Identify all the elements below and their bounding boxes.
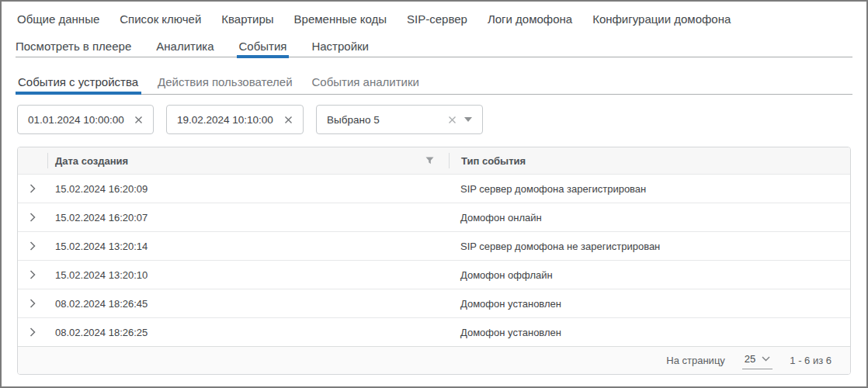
per-page-label: На страницу — [666, 355, 725, 366]
chevron-right-icon — [30, 184, 36, 193]
row-date: 15.02.2024 16:20:07 — [47, 212, 449, 223]
clear-date-from-button[interactable] — [133, 114, 144, 126]
date-to-input[interactable]: 19.02.2024 10:10:00 — [166, 105, 304, 134]
expand-row-button[interactable] — [28, 182, 37, 195]
events-table: Дата создания Тип события 15.02.2024 16:… — [17, 147, 851, 375]
tab-intercom-logs[interactable]: Логи домофона — [488, 12, 572, 26]
tab-events[interactable]: События — [239, 36, 287, 57]
clear-icon — [448, 116, 457, 124]
expand-row-button[interactable] — [28, 240, 37, 252]
funnel-icon — [425, 157, 434, 165]
subtab-device-events[interactable]: События с устройства — [18, 69, 138, 94]
event-type-select[interactable]: Выбрано 5 — [316, 105, 483, 134]
tab-apartments[interactable]: Квартиры — [221, 12, 273, 26]
tab-sip-server[interactable]: SIP-сервер — [407, 12, 467, 26]
open-event-type-dropdown-button[interactable] — [463, 116, 474, 123]
expand-row-button[interactable] — [28, 297, 37, 310]
subtab-analytics-events[interactable]: События аналитики — [312, 69, 419, 94]
expand-column-header — [18, 153, 47, 168]
chevron-right-icon — [30, 270, 36, 279]
clear-event-type-button[interactable] — [446, 114, 458, 126]
row-event-type: Домофон установлен — [449, 327, 850, 338]
table-row: 08.02.2024 18:26:25 Домофон установлен — [18, 317, 850, 346]
tab-temporary-codes[interactable]: Временные коды — [294, 12, 387, 26]
type-column-header: Тип события — [449, 153, 850, 168]
per-page-select[interactable]: 25 — [742, 352, 773, 369]
row-event-type: SIP сервер домофона зарегистрирован — [449, 183, 850, 195]
date-to-value: 19.02.2024 10:10:00 — [177, 114, 283, 126]
tab-intercom-configs[interactable]: Конфигурации домофона — [592, 12, 731, 26]
row-date: 15.02.2024 13:20:14 — [47, 241, 449, 252]
table-footer: На страницу 25 1 - 6 из 6 — [18, 346, 850, 374]
tab-key-list[interactable]: Список ключей — [120, 12, 201, 26]
date-column-filter-button[interactable] — [424, 155, 436, 166]
date-column-header: Дата создания — [47, 153, 449, 168]
table-header-row: Дата создания Тип события — [18, 147, 850, 174]
table-row: 08.02.2024 18:26:45 Домофон установлен — [18, 289, 850, 317]
primary-tab-bar: Общие данные Список ключей Квартиры Врем… — [2, 2, 866, 36]
tab-settings[interactable]: Настройки — [311, 36, 369, 57]
expand-row-button[interactable] — [28, 211, 37, 223]
tab-general-data[interactable]: Общие данные — [17, 12, 99, 26]
per-page-value: 25 — [745, 353, 755, 365]
chevron-down-icon — [762, 356, 770, 362]
pagination-range: 1 - 6 из 6 — [790, 355, 832, 366]
triangle-down-icon — [464, 117, 472, 122]
row-date: 08.02.2024 18:26:45 — [47, 298, 449, 310]
event-type-select-value: Выбрано 5 — [327, 114, 446, 126]
clear-icon — [134, 116, 143, 124]
clear-icon — [284, 116, 293, 124]
tab-view-in-player[interactable]: Посмотреть в плеере — [16, 36, 131, 57]
row-event-type: Домофон онлайн — [449, 212, 850, 223]
row-event-type: Домофон оффлайн — [449, 269, 850, 281]
row-event-type: SIP сервер домофона не зарегистрирован — [449, 241, 850, 252]
date-from-input[interactable]: 01.01.2024 10:00:00 — [17, 105, 154, 134]
expand-row-button[interactable] — [28, 326, 37, 338]
date-column-label: Дата создания — [55, 155, 128, 167]
row-date: 15.02.2024 13:20:10 — [47, 269, 449, 281]
row-date: 15.02.2024 16:20:09 — [47, 183, 449, 195]
type-column-label: Тип события — [461, 155, 526, 167]
row-event-type: Домофон установлен — [449, 298, 850, 310]
chevron-right-icon — [30, 327, 36, 337]
filters-row: 01.01.2024 10:00:00 19.02.2024 10:10:00 … — [17, 105, 851, 134]
tab-analytics[interactable]: Аналитика — [156, 36, 214, 57]
chevron-right-icon — [30, 241, 36, 251]
clear-date-to-button[interactable] — [283, 114, 294, 126]
table-row: 15.02.2024 13:20:14 SIP сервер домофона … — [18, 231, 850, 260]
table-row: 15.02.2024 16:20:07 Домофон онлайн — [18, 203, 850, 231]
chevron-right-icon — [30, 299, 36, 308]
table-row: 15.02.2024 16:20:09 SIP сервер домофона … — [18, 174, 850, 203]
subtab-user-actions[interactable]: Действия пользователей — [158, 69, 292, 94]
row-date: 08.02.2024 18:26:25 — [47, 327, 449, 338]
chevron-right-icon — [30, 213, 36, 222]
expand-row-button[interactable] — [28, 268, 37, 281]
table-row: 15.02.2024 13:20:10 Домофон оффлайн — [18, 260, 850, 289]
secondary-tab-bar: Посмотреть в плеере Аналитика События На… — [16, 36, 852, 57]
date-from-value: 01.01.2024 10:00:00 — [28, 114, 133, 126]
events-sub-tab-bar: События с устройства Действия пользовате… — [16, 57, 852, 95]
